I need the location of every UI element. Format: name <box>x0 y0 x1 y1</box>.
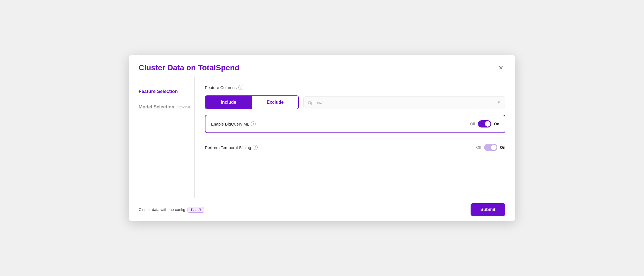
feature-columns-info-icon[interactable]: i <box>238 85 243 90</box>
temporal-slicing-toggle[interactable] <box>484 144 497 151</box>
sidebar: Feature Selection Model Selection Option… <box>129 77 195 198</box>
submit-button[interactable]: Submit <box>471 203 505 216</box>
temporal-slicing-off-label: Off <box>476 145 481 150</box>
temporal-slicing-row: Perform Temporal Slicing i Off On <box>205 139 505 156</box>
modal-header: Cluster Data on TotalSpend × <box>129 55 515 77</box>
close-button[interactable]: × <box>497 63 505 73</box>
temporal-slicing-thumb <box>491 145 497 150</box>
feature-columns-label: Feature Columns i <box>205 85 505 90</box>
include-button[interactable]: Include <box>205 96 252 109</box>
enable-bigquery-thumb <box>485 121 490 127</box>
modal-body: Feature Selection Model Selection Option… <box>129 77 515 198</box>
modal: Cluster Data on TotalSpend × Feature Sel… <box>129 55 515 221</box>
sidebar-item-model-selection[interactable]: Model Selection Optional <box>139 99 194 115</box>
sidebar-label-feature-selection: Feature Selection <box>139 89 178 94</box>
optional-dropdown[interactable]: Optional ▼ <box>303 97 505 108</box>
exclude-button[interactable]: Exclude <box>252 96 298 109</box>
include-exclude-row: Include Exclude Optional ▼ <box>205 95 505 109</box>
temporal-slicing-text: Perform Temporal Slicing <box>205 145 251 150</box>
config-badge[interactable]: {...} <box>188 207 204 213</box>
temporal-slicing-label: Perform Temporal Slicing i <box>205 145 258 150</box>
enable-bigquery-on-label: On <box>494 122 499 126</box>
sidebar-label-model-selection: Model Selection <box>139 104 174 110</box>
enable-bigquery-text: Enable BigQuery ML <box>211 122 249 126</box>
enable-bigquery-label: Enable BigQuery ML i <box>211 121 256 126</box>
temporal-slicing-on-label: On <box>500 145 505 150</box>
footer-text: Cluster data with the config {...} <box>139 207 204 213</box>
enable-bigquery-toggle-control: Off On <box>470 120 499 127</box>
optional-dropdown-placeholder: Optional <box>308 100 323 105</box>
model-selection-optional-badge: Optional <box>177 105 190 109</box>
include-exclude-button-group: Include Exclude <box>205 95 299 109</box>
temporal-slicing-info-icon[interactable]: i <box>253 145 258 150</box>
chevron-down-icon: ▼ <box>497 100 501 105</box>
enable-bigquery-off-label: Off <box>470 122 475 126</box>
main-content: Feature Columns i Include Exclude Option… <box>195 77 515 198</box>
footer-prefix: Cluster data with the config <box>139 207 185 212</box>
modal-title: Cluster Data on TotalSpend <box>139 63 239 72</box>
feature-columns-text: Feature Columns <box>205 85 237 90</box>
temporal-slicing-toggle-control: Off On <box>476 144 505 151</box>
sidebar-item-feature-selection[interactable]: Feature Selection <box>139 84 194 99</box>
enable-bigquery-row: Enable BigQuery ML i Off On <box>205 115 505 133</box>
enable-bigquery-info-icon[interactable]: i <box>251 121 256 126</box>
enable-bigquery-toggle[interactable] <box>478 120 491 127</box>
modal-footer: Cluster data with the config {...} Submi… <box>129 198 515 221</box>
